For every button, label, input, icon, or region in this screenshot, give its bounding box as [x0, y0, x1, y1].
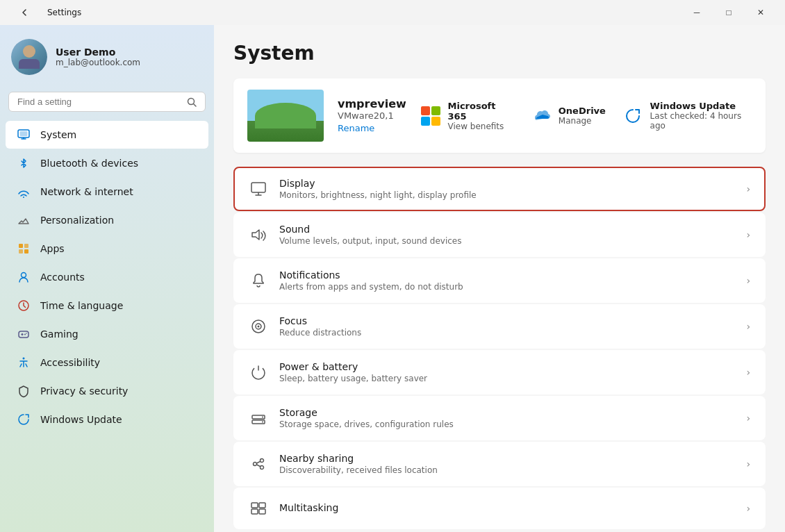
sidebar-item-update[interactable]: Windows Update — [6, 406, 208, 433]
svg-point-18 — [23, 358, 25, 360]
device-app-ms365[interactable]: Microsoft 365 View benefits — [420, 101, 513, 131]
avatar — [11, 39, 47, 75]
power-text: Power & battery Sleep, battery usage, ba… — [279, 361, 735, 383]
ms365-label: Microsoft 365 — [448, 101, 513, 122]
svg-rect-9 — [19, 249, 23, 253]
titlebar-title: Settings — [47, 8, 81, 17]
svg-marker-22 — [252, 230, 259, 240]
notifications-subtitle: Alerts from apps and system, do not dist… — [279, 282, 735, 292]
close-button[interactable]: ✕ — [745, 0, 777, 25]
settings-item-power[interactable]: Power & battery Sleep, battery usage, ba… — [233, 350, 766, 394]
time-icon — [17, 299, 31, 313]
sidebar-item-accessibility-label: Accessibility — [40, 357, 100, 368]
svg-point-32 — [261, 466, 264, 469]
accounts-icon — [17, 270, 31, 284]
search-box[interactable] — [8, 92, 206, 112]
sidebar-item-gaming[interactable]: Gaming — [6, 320, 208, 348]
display-text: Display Monitors, brightness, night ligh… — [279, 178, 735, 200]
notifications-text: Notifications Alerts from apps and syste… — [279, 269, 735, 292]
sidebar-item-time[interactable]: Time & language — [6, 292, 208, 319]
onedrive-sublabel: Manage — [559, 116, 606, 126]
storage-subtitle: Storage space, drives, configuration rul… — [279, 419, 735, 429]
storage-text: Storage Storage space, drives, configura… — [279, 407, 735, 429]
nav: System Bluetooth & devices — [0, 120, 214, 434]
settings-item-storage[interactable]: Storage Storage space, drives, configura… — [233, 396, 766, 440]
personalization-icon — [17, 213, 31, 227]
multitasking-chevron: › — [746, 503, 750, 514]
svg-rect-7 — [19, 244, 23, 248]
power-subtitle: Sleep, battery usage, battery saver — [279, 374, 735, 383]
sidebar-item-accounts[interactable]: Accounts — [6, 263, 208, 291]
svg-point-16 — [24, 334, 26, 335]
storage-icon — [249, 408, 268, 428]
device-model: VMware20,1 — [338, 110, 406, 121]
bluetooth-icon — [17, 156, 31, 170]
svg-point-29 — [262, 422, 263, 423]
user-email: m_lab@outlook.com — [56, 58, 203, 67]
titlebar-left: Settings — [8, 0, 81, 25]
focus-chevron: › — [746, 321, 750, 332]
power-title: Power & battery — [279, 361, 735, 372]
svg-point-28 — [262, 417, 263, 418]
winupdate-sublabel: Last checked: 4 hours ago — [650, 111, 752, 131]
search-input[interactable] — [17, 97, 181, 107]
display-chevron: › — [746, 183, 750, 194]
settings-item-nearby[interactable]: Nearby sharing Discoverability, received… — [233, 442, 766, 486]
sidebar-item-personalization[interactable]: Personalization — [6, 206, 208, 234]
nearby-icon — [249, 454, 268, 474]
sidebar-item-bluetooth[interactable]: Bluetooth & devices — [6, 149, 208, 177]
sound-icon — [249, 225, 268, 244]
user-info: User Demo m_lab@outlook.com — [56, 47, 203, 67]
sidebar-item-system[interactable]: System — [6, 121, 208, 149]
power-icon — [249, 363, 268, 382]
settings-item-focus[interactable]: Focus Reduce distractions › — [233, 304, 766, 349]
device-rename-link[interactable]: Rename — [338, 123, 374, 133]
svg-line-34 — [257, 465, 261, 467]
sidebar-item-system-label: System — [40, 129, 76, 140]
settings-item-display[interactable]: Display Monitors, brightness, night ligh… — [233, 167, 766, 211]
device-app-winupdate[interactable]: Windows Update Last checked: 4 hours ago — [622, 101, 752, 131]
sound-title: Sound — [279, 224, 735, 235]
sidebar-item-personalization-label: Personalization — [40, 215, 114, 226]
settings-item-notifications[interactable]: Notifications Alerts from apps and syste… — [233, 258, 766, 303]
nearby-subtitle: Discoverability, received files location — [279, 465, 735, 475]
sidebar-item-gaming-label: Gaming — [40, 329, 78, 340]
nearby-text: Nearby sharing Discoverability, received… — [279, 453, 735, 475]
sidebar-item-privacy[interactable]: Privacy & security — [6, 377, 208, 405]
svg-point-25 — [258, 326, 260, 328]
maximize-button[interactable]: □ — [713, 0, 745, 25]
sidebar: User Demo m_lab@outlook.com — [0, 25, 214, 532]
display-title: Display — [279, 178, 735, 189]
svg-line-33 — [257, 461, 261, 463]
user-profile[interactable]: User Demo m_lab@outlook.com — [0, 25, 214, 86]
multitasking-icon — [249, 499, 268, 518]
notifications-chevron: › — [746, 275, 750, 286]
svg-rect-3 — [20, 131, 28, 136]
storage-title: Storage — [279, 407, 735, 418]
settings-item-sound[interactable]: Sound Volume levels, output, input, soun… — [233, 213, 766, 257]
power-chevron: › — [746, 367, 750, 378]
onedrive-icon — [531, 109, 550, 123]
sidebar-item-network[interactable]: Network & internet — [6, 178, 208, 206]
device-app-onedrive[interactable]: OneDrive Manage — [529, 105, 606, 127]
back-button[interactable] — [8, 0, 40, 25]
settings-item-multitasking[interactable]: Multitasking › — [233, 488, 766, 529]
focus-subtitle: Reduce distractions — [279, 328, 735, 338]
device-card: vmpreview VMware20,1 Rename Microsoft 36… — [233, 78, 766, 153]
sidebar-item-apps[interactable]: Apps — [6, 235, 208, 263]
ms365-sublabel: View benefits — [448, 122, 513, 131]
sidebar-item-accessibility[interactable]: Accessibility — [6, 349, 208, 376]
apps-icon — [17, 242, 31, 256]
svg-rect-37 — [251, 509, 258, 514]
nearby-chevron: › — [746, 458, 750, 469]
sound-chevron: › — [746, 229, 750, 240]
minimize-button[interactable]: ─ — [681, 0, 713, 25]
sidebar-item-bluetooth-label: Bluetooth & devices — [40, 158, 138, 169]
network-icon — [17, 185, 31, 199]
focus-text: Focus Reduce distractions — [279, 315, 735, 338]
svg-line-1 — [194, 103, 197, 106]
svg-point-17 — [26, 333, 27, 334]
app-body: User Demo m_lab@outlook.com — [0, 25, 785, 532]
sound-subtitle: Volume levels, output, input, sound devi… — [279, 236, 735, 246]
titlebar-controls: ─ □ ✕ — [681, 0, 777, 25]
